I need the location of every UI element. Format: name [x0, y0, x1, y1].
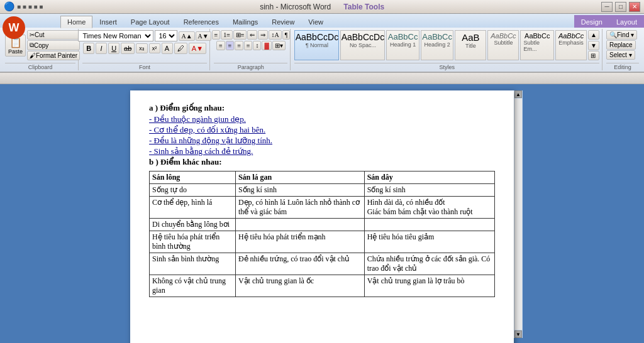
close-button[interactable]: ✕ [629, 2, 640, 12]
underline-button[interactable]: U [108, 43, 119, 54]
shading-button[interactable]: ▓ [262, 41, 271, 50]
justify-button[interactable]: ≡ [244, 41, 253, 50]
italic-button[interactable]: I [96, 43, 107, 54]
tab-mailings[interactable]: Mailings [226, 15, 265, 28]
col-san-la-gan: Sán lá gan [235, 172, 364, 184]
copy-button[interactable]: ⧉ Copy [27, 40, 80, 50]
table-row: Không có vật chủ trung gian Vật chủ trun… [150, 275, 495, 297]
horizontal-ruler [0, 73, 644, 84]
tab-view[interactable]: View [301, 15, 330, 28]
increase-indent-button[interactable]: ⇒ [258, 30, 268, 40]
style-heading1[interactable]: AaBbCc Heading 1 [386, 30, 419, 60]
scissors-icon: ✂ [30, 31, 35, 38]
style-subtitle[interactable]: AaBbCc Subtitle [487, 30, 519, 60]
superscript-button[interactable]: x² [149, 43, 160, 53]
style-gallery-button[interactable]: ⊞ [588, 51, 599, 60]
cell-3-2: Hệ tiêu hóa tiêu giảm [364, 231, 494, 253]
subscript-button[interactable]: x₂ [136, 43, 148, 53]
sort-button[interactable]: ↕A [269, 30, 281, 40]
format-painter-button[interactable]: 🖌 Format Painter [27, 51, 80, 60]
tab-design[interactable]: Design [574, 15, 609, 28]
numbering-button[interactable]: 1≡ [221, 30, 233, 40]
decrease-indent-button[interactable]: ⇐ [247, 30, 257, 40]
highlight-button[interactable]: 🖊 [174, 43, 187, 54]
show-formatting-button[interactable]: ¶ [282, 30, 291, 40]
cell-3-0: Hệ tiêu hóa phát triển bình thường [150, 231, 236, 253]
section-a-heading: a ) Điểm giống nhau: [149, 103, 495, 113]
cell-2-2 [364, 219, 494, 231]
col-san-day: Sán dây [364, 172, 494, 184]
style-scroll-up[interactable]: ▲ [588, 30, 599, 40]
font-shrink-button[interactable]: A▼ [196, 31, 211, 41]
cell-3-1: Hệ tiêu hóa phát triển mạnh [235, 231, 364, 253]
style-emphasis[interactable]: AaBbCc Emphasis [555, 30, 587, 60]
comparison-table: Sán lông Sán lá gan Sán dây Sống tự do S… [149, 171, 495, 297]
clipboard-label: Clipboard [5, 63, 75, 70]
table-row: Sinh sản bình thường Đẻ nhiều trứng, có … [150, 253, 495, 275]
tab-review[interactable]: Review [265, 15, 301, 28]
style-normal[interactable]: AaBbCcDc ¶ Normal [294, 30, 339, 60]
line-2: - Cơ thể dẹp, có đối xứng hai bên. [149, 125, 495, 135]
table-row: Di chuyển bằng lông bơi [150, 219, 495, 231]
border-button[interactable]: ⊞▾ [272, 41, 286, 50]
title-bar-controls: ─ □ ✕ [601, 2, 640, 12]
word-icon: 🔵 [4, 1, 14, 12]
tab-page-layout[interactable]: Page Layout [124, 15, 177, 28]
font-color-button[interactable]: A▼ [189, 43, 206, 54]
line-3: - Đều là những động vật lưỡng tính. [149, 136, 495, 146]
style-scroll-down[interactable]: ▼ [588, 41, 599, 50]
align-right-button[interactable]: ≡ [235, 41, 243, 50]
document: a ) Điểm giống nhau: - Đều thuộc ngành g… [130, 90, 514, 343]
line-1: - Đều thuộc ngành giun dẹp. [149, 114, 495, 124]
table-tools-label: Table Tools [343, 3, 384, 11]
vertical-scrollbar[interactable]: ▲ ▼ [514, 90, 523, 338]
line-spacing-button[interactable]: ↕ [253, 41, 261, 50]
cell-1-0: Cơ thể dẹp, hình lá [150, 197, 236, 219]
text-effect-button[interactable]: A [162, 43, 173, 54]
font-size-select[interactable]: 16 [155, 30, 177, 41]
style-title[interactable]: AaB Title [455, 30, 486, 60]
cell-2-0: Di chuyển bằng lông bơi [150, 219, 236, 231]
style-subtle-em[interactable]: AaBbCc Subtle Em... [520, 30, 554, 60]
styles-group: AaBbCcDc ¶ Normal AaBbCcDc No Spac... Aa… [292, 29, 602, 70]
tab-home[interactable]: Home [60, 16, 92, 28]
font-format-row: B I U ab x₂ x² A 🖊 A▼ [83, 43, 206, 54]
editing-group: 🔍 Find ▾ Replace Select ▾ Editing [604, 29, 641, 70]
scroll-down-button[interactable]: ▼ [514, 330, 522, 338]
multilevel-button[interactable]: ⊞≡ [233, 30, 247, 40]
office-button[interactable]: W [3, 16, 25, 39]
select-button[interactable]: Select ▾ [606, 50, 635, 60]
minimize-button[interactable]: ─ [601, 2, 613, 12]
font-family-select[interactable]: Times New Roman [78, 30, 153, 41]
cell-4-1: Đẻ nhiều trứng, có trao đổi vật chủ [235, 253, 364, 275]
replace-button[interactable]: Replace [606, 40, 636, 50]
cell-1-1: Dẹp, có hình lá Luôn lách nhỏ thành cơ t… [235, 197, 364, 219]
tab-references[interactable]: References [177, 15, 226, 28]
style-no-spacing[interactable]: AaBbCcDc No Spac... [340, 30, 385, 60]
tab-insert[interactable]: Insert [92, 15, 124, 28]
maximize-button[interactable]: □ [615, 2, 626, 12]
title-bar-left: 🔵 ■ ■ ■ ■ ■ [4, 1, 43, 12]
editing-label: Editing [606, 63, 639, 70]
cell-4-2: Chứa nhiều trứng ở các đốt sản già. Có t… [364, 253, 494, 275]
copy-icon: ⧉ [30, 41, 34, 49]
styles-label: Styles [294, 63, 599, 70]
cut-button[interactable]: ✂ Cut [27, 30, 80, 40]
align-center-button[interactable]: ≡ [226, 41, 235, 50]
font-grow-button[interactable]: A▲ [179, 31, 194, 41]
bold-button[interactable]: B [83, 43, 94, 54]
scroll-up-button[interactable]: ▲ [514, 90, 522, 98]
cell-2-1 [235, 219, 364, 231]
bullets-button[interactable]: ≡ [212, 30, 221, 40]
style-heading2[interactable]: AaBbCc Heading 2 [421, 30, 454, 60]
table-row: Sống tự do Sống kí sinh Sống kí sinh [150, 184, 495, 197]
section-b-heading: b ) Điểm khác nhau: [149, 157, 495, 167]
find-button[interactable]: 🔍 Find ▾ [606, 30, 637, 40]
strikethrough-button[interactable]: ab [121, 43, 135, 54]
cell-5-2: Vật chủ trung gian là lợ trâu bò [364, 275, 494, 297]
cell-4-0: Sinh sản bình thường [150, 253, 236, 275]
align-left-button[interactable]: ≡ [216, 41, 225, 50]
line-4: - Sinh sản bằng cách đẻ trứng. [149, 146, 495, 156]
tab-layout[interactable]: Layout [609, 15, 644, 28]
title-bar: 🔵 ■ ■ ■ ■ ■ sinh - Microsoft Word Table … [0, 0, 644, 14]
